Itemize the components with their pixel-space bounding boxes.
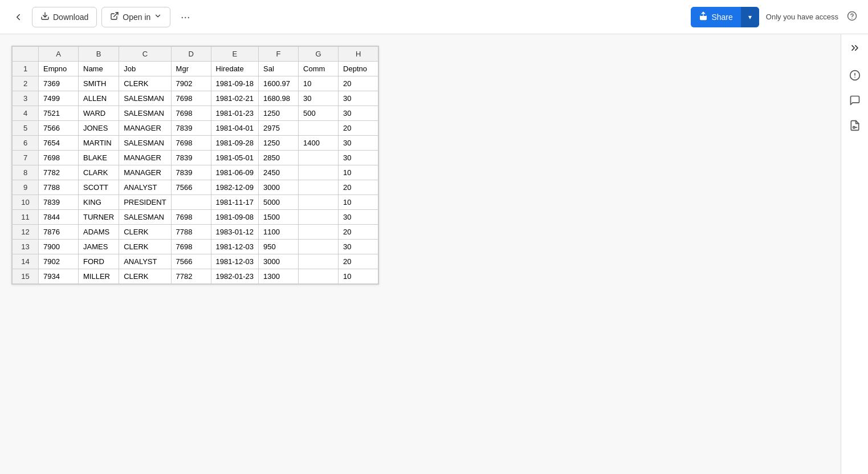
cell[interactable]: TURNER (79, 210, 119, 225)
cell[interactable]: Comm (299, 62, 339, 76)
cell[interactable]: 7876 (39, 225, 79, 240)
cell[interactable]: 20 (339, 121, 378, 136)
cell[interactable] (299, 180, 339, 195)
cell[interactable]: 2975 (259, 121, 299, 136)
cell[interactable]: 7839 (171, 121, 211, 136)
cell[interactable]: MANAGER (119, 121, 171, 136)
open-in-button[interactable]: Open in (101, 7, 170, 27)
cell[interactable]: 10 (339, 269, 378, 284)
cell[interactable]: MARTIN (79, 136, 119, 151)
back-button[interactable] (9, 8, 27, 26)
cell[interactable]: 10 (339, 165, 378, 180)
cell[interactable]: 7839 (39, 195, 79, 210)
cell[interactable]: 1981-05-01 (211, 151, 259, 165)
cell[interactable]: ANALYST (119, 180, 171, 195)
cell[interactable]: 1981-09-08 (211, 210, 259, 225)
cell[interactable]: 1981-09-18 (211, 76, 259, 91)
cell[interactable]: 7566 (171, 254, 211, 269)
cell[interactable]: 30 (339, 136, 378, 151)
cell[interactable]: 7499 (39, 91, 79, 106)
cell[interactable]: 7782 (39, 165, 79, 180)
comments-button[interactable] (845, 91, 865, 112)
cell[interactable]: 1250 (259, 106, 299, 121)
cell[interactable]: KING (79, 195, 119, 210)
cell[interactable]: PRESIDENT (119, 195, 171, 210)
cell[interactable]: 3000 (259, 180, 299, 195)
cell[interactable]: 7698 (171, 91, 211, 106)
cell[interactable]: 1981-09-28 (211, 136, 259, 151)
cell[interactable]: 2850 (259, 151, 299, 165)
cell[interactable]: 500 (299, 106, 339, 121)
help-button[interactable] (845, 10, 859, 24)
cell[interactable]: CLERK (119, 269, 171, 284)
collapse-panel-button[interactable] (845, 39, 865, 59)
cell[interactable] (299, 195, 339, 210)
cell[interactable]: MILLER (79, 269, 119, 284)
cell[interactable] (299, 121, 339, 136)
more-options-button[interactable]: ··· (175, 7, 195, 27)
info-button[interactable] (845, 66, 865, 87)
cell[interactable] (299, 240, 339, 254)
cell[interactable]: 30 (339, 151, 378, 165)
cell[interactable] (299, 165, 339, 180)
cell[interactable]: 1100 (259, 225, 299, 240)
cell[interactable]: WARD (79, 106, 119, 121)
cell[interactable]: SALESMAN (119, 106, 171, 121)
cell[interactable]: 7698 (171, 136, 211, 151)
cell[interactable]: 7900 (39, 240, 79, 254)
cell[interactable]: 20 (339, 180, 378, 195)
cell[interactable]: Mgr (171, 62, 211, 76)
cell[interactable]: ALLEN (79, 91, 119, 106)
cell[interactable]: 1680.98 (259, 91, 299, 106)
cell[interactable]: ANALYST (119, 254, 171, 269)
cell[interactable]: SALESMAN (119, 210, 171, 225)
cell[interactable]: 30 (339, 240, 378, 254)
cell[interactable]: ADAMS (79, 225, 119, 240)
cell[interactable]: 7839 (171, 165, 211, 180)
cell[interactable]: 1981-01-23 (211, 106, 259, 121)
cell[interactable]: 1981-12-03 (211, 240, 259, 254)
cell[interactable] (171, 195, 211, 210)
cell[interactable]: 7566 (171, 180, 211, 195)
cell[interactable]: Deptno (339, 62, 378, 76)
cell[interactable]: 1981-06-09 (211, 165, 259, 180)
cell[interactable]: JONES (79, 121, 119, 136)
cell[interactable]: JAMES (79, 240, 119, 254)
cell[interactable]: SALESMAN (119, 91, 171, 106)
cell[interactable]: 7698 (39, 151, 79, 165)
cell[interactable]: 3000 (259, 254, 299, 269)
cell[interactable]: 2450 (259, 165, 299, 180)
cell[interactable]: 1981-11-17 (211, 195, 259, 210)
cell[interactable]: 30 (299, 91, 339, 106)
share-dropdown-button[interactable]: ▾ (741, 7, 759, 27)
cell[interactable] (299, 210, 339, 225)
cell[interactable]: 30 (339, 91, 378, 106)
cell[interactable]: 1500 (259, 210, 299, 225)
cell[interactable]: 7788 (39, 180, 79, 195)
cell[interactable] (299, 269, 339, 284)
cell[interactable]: 7934 (39, 269, 79, 284)
cell[interactable]: 30 (339, 210, 378, 225)
cell[interactable]: 1982-01-23 (211, 269, 259, 284)
cell[interactable]: CLERK (119, 76, 171, 91)
cell[interactable] (299, 225, 339, 240)
cell[interactable]: 10 (339, 195, 378, 210)
cell[interactable]: 20 (339, 76, 378, 91)
download-button[interactable]: Download (32, 7, 97, 27)
cell[interactable]: 1300 (259, 269, 299, 284)
cell[interactable]: 7521 (39, 106, 79, 121)
cell[interactable]: 1981-12-03 (211, 254, 259, 269)
cell[interactable]: 7782 (171, 269, 211, 284)
cell[interactable]: Sal (259, 62, 299, 76)
cell[interactable]: 7566 (39, 121, 79, 136)
cell[interactable]: 1983-01-12 (211, 225, 259, 240)
cell[interactable]: CLERK (119, 240, 171, 254)
file-button[interactable] (845, 116, 865, 137)
cell[interactable]: BLAKE (79, 151, 119, 165)
cell[interactable]: 30 (339, 106, 378, 121)
cell[interactable]: MANAGER (119, 165, 171, 180)
cell[interactable] (299, 151, 339, 165)
cell[interactable]: 7902 (39, 254, 79, 269)
cell[interactable]: 7839 (171, 151, 211, 165)
cell[interactable]: 7698 (171, 240, 211, 254)
